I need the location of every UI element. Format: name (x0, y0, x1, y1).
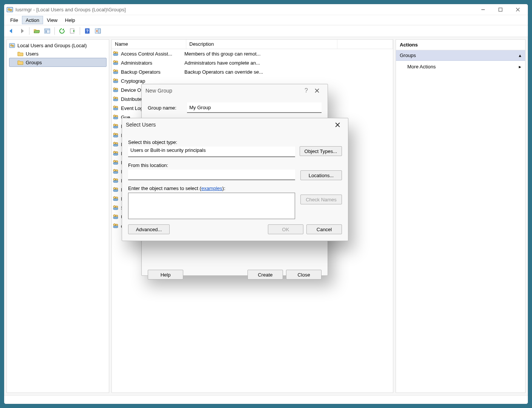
actions-section-label: Groups (400, 53, 416, 58)
select-users-close-icon[interactable] (331, 119, 344, 130)
object-types-button[interactable]: Object Types... (300, 146, 342, 156)
group-icon (113, 159, 119, 166)
svg-rect-9 (45, 31, 47, 31)
svg-point-28 (113, 79, 116, 81)
tree-item-users[interactable]: Users (9, 49, 107, 58)
folder-icon (17, 59, 23, 65)
svg-rect-75 (113, 217, 118, 219)
submenu-arrow-icon: ▸ (519, 64, 521, 70)
svg-rect-4 (499, 8, 502, 11)
svg-point-49 (113, 142, 116, 144)
create-button[interactable]: Create (247, 270, 283, 280)
group-name-input[interactable] (187, 102, 322, 113)
svg-rect-42 (113, 117, 118, 119)
tree-item-groups[interactable]: Groups (9, 58, 107, 67)
group-icon (113, 150, 119, 157)
svg-rect-10 (45, 32, 47, 32)
titlebar: lusrmgr - [Local Users and Groups (Local… (4, 4, 528, 15)
svg-rect-57 (113, 162, 118, 164)
actions-section[interactable]: Groups ▴ (396, 50, 525, 61)
svg-rect-54 (113, 153, 118, 155)
svg-point-55 (113, 160, 116, 162)
svg-rect-66 (113, 190, 118, 192)
group-icon (113, 105, 119, 112)
menu-view[interactable]: View (43, 15, 61, 25)
tree-pane: Local Users and Groups (Local)UsersGroup… (6, 39, 109, 393)
svg-rect-30 (113, 81, 118, 83)
properties-icon[interactable] (42, 26, 52, 36)
actions-title: Actions (396, 40, 525, 50)
group-icon (113, 59, 119, 66)
group-icon (113, 195, 119, 202)
svg-rect-39 (113, 108, 118, 110)
check-names-button[interactable]: Check Names (300, 195, 342, 204)
back-button[interactable] (6, 26, 16, 36)
window-title: lusrmgr - [Local Users and Groups (Local… (15, 7, 126, 12)
svg-point-61 (113, 178, 116, 181)
maximize-button[interactable] (492, 4, 509, 15)
ok-button[interactable]: OK (268, 224, 303, 234)
show-hide-pane-icon[interactable] (93, 26, 103, 36)
object-names-input[interactable] (128, 193, 295, 219)
menu-action[interactable]: Action (22, 16, 43, 24)
locations-button[interactable]: Locations... (300, 170, 342, 180)
help-icon[interactable]: ? (82, 26, 92, 36)
examples-link[interactable]: examples (201, 185, 223, 191)
dialog-help-icon[interactable]: ? (302, 87, 310, 94)
svg-point-73 (113, 215, 116, 217)
group-icon (113, 114, 119, 121)
forward-button[interactable] (17, 26, 27, 36)
svg-point-43 (113, 124, 116, 126)
statusbar (4, 395, 528, 404)
col-description[interactable]: Description (186, 40, 337, 49)
group-icon (113, 50, 119, 57)
group-icon (113, 213, 119, 221)
svg-point-31 (113, 88, 116, 90)
export-icon[interactable] (68, 26, 77, 36)
cancel-button[interactable]: Cancel (306, 224, 342, 234)
minimize-button[interactable] (474, 4, 492, 15)
group-icon (113, 68, 119, 76)
svg-point-67 (113, 196, 116, 199)
group-icon (113, 223, 119, 230)
group-icon (113, 132, 119, 139)
svg-point-52 (113, 151, 116, 153)
location-value (128, 170, 295, 180)
list-item[interactable]: Backup OperatorsBackup Operators can ove… (112, 67, 393, 76)
select-users-title: Select Users (126, 122, 156, 128)
select-users-dialog: Select Users Select this object type: Us… (122, 118, 348, 241)
close-button[interactable]: Close (286, 270, 322, 280)
group-icon (113, 87, 119, 94)
close-button[interactable] (509, 4, 526, 15)
menu-file[interactable]: File (6, 15, 22, 25)
object-type-label: Select this object type: (128, 139, 295, 145)
advanced-button[interactable]: Advanced... (128, 224, 170, 234)
new-group-close-icon[interactable] (310, 85, 324, 96)
menubar: FileActionViewHelp (4, 15, 528, 25)
list-item[interactable]: AdministratorsAdministrators have comple… (112, 58, 393, 67)
svg-text:?: ? (86, 29, 89, 33)
help-button[interactable]: Help (148, 270, 183, 280)
group-icon (113, 77, 119, 85)
open-folder-icon[interactable] (32, 26, 42, 36)
svg-rect-78 (113, 226, 118, 228)
svg-rect-45 (113, 126, 118, 128)
list-item[interactable]: Access Control Assist...Members of this … (112, 49, 393, 58)
tree-root[interactable]: Local Users and Groups (Local) (9, 41, 107, 49)
menu-help[interactable]: Help (61, 15, 79, 25)
svg-rect-21 (113, 54, 118, 56)
app-icon (6, 6, 13, 13)
svg-point-46 (113, 133, 116, 135)
col-name[interactable]: Name (112, 40, 186, 49)
refresh-icon[interactable] (57, 26, 67, 36)
users-groups-icon (9, 42, 15, 48)
location-label: From this location: (128, 162, 295, 168)
svg-rect-33 (113, 90, 118, 92)
svg-point-1 (8, 9, 10, 11)
actions-pane: Actions Groups ▴ More Actions ▸ (396, 39, 526, 393)
actions-item-label: More Actions (407, 64, 436, 70)
actions-more[interactable]: More Actions ▸ (396, 61, 525, 73)
collapse-arrow-icon: ▴ (519, 53, 521, 58)
svg-rect-51 (113, 144, 118, 146)
svg-point-58 (113, 169, 116, 172)
